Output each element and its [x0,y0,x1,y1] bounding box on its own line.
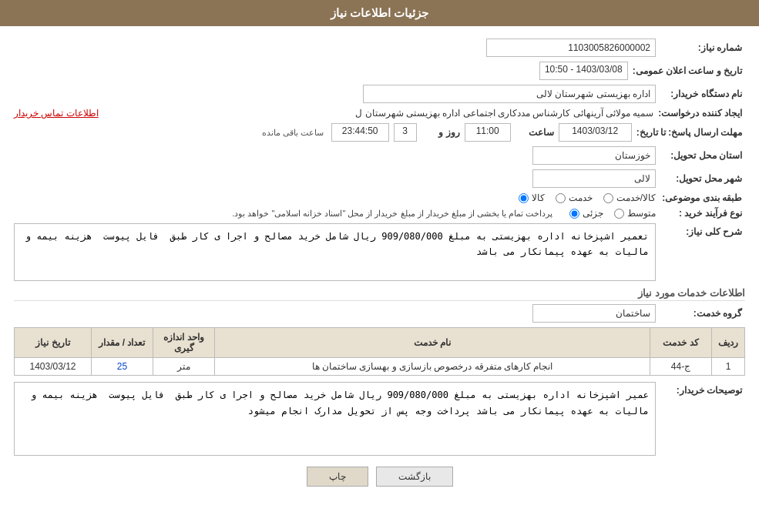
row-tosaif-buyer: توصیحات خریدار: [14,382,745,456]
tosaif-buyer-textarea [14,382,656,456]
back-button[interactable]: بازگشت [376,467,453,487]
row-sharh-niaz: شرح کلی نیاز: [14,223,745,281]
mohlat-date: 1403/03/12 [559,123,632,142]
row-group-khadamat: گروه خدمت: [14,304,745,323]
mohlat-time: 11:00 [465,123,511,142]
th-tarikh: تاریخ نیاز [15,328,92,358]
row-shomare-niaz: شماره نیاز: [14,38,745,57]
cell-namKhadamat: انجام کارهای متفرقه درخصوص بازسازی و بهس… [215,358,650,376]
radio-kala-khadamat: کالا/خدمت [603,192,656,203]
noe-farayand-radio-group: متوسط جزئی [569,208,656,219]
mohlat-day: 3 [394,123,417,142]
radio-jozei-input[interactable] [569,209,579,219]
group-khadamat-input [532,304,656,323]
th-tedad: تعداد / مقدار [92,328,153,358]
radio-khadamat-input[interactable] [556,193,566,203]
cell-radif: 1 [712,358,745,376]
th-nam: نام خدمت [215,328,650,358]
table-row: 1ج-44انجام کارهای متفرقه درخصوص بازسازی … [15,358,745,376]
shahr-input [532,169,656,188]
row-mohlat-ersal: مهلت ارسال پاسخ: تا تاریخ: 1403/03/12 سا… [14,123,745,142]
ostan-input [532,146,656,165]
cell-tarikh: 1403/03/12 [15,358,92,376]
radio-kala-label: کالا [532,192,545,203]
tabaqe-radio-group: کالا/خدمت خدمت کالا [519,192,656,203]
taarikh-label: تاریخ و ساعت اعلان عمومی: [633,65,745,76]
shomare-niaz-input [486,38,656,57]
print-button[interactable]: چاپ [307,467,368,487]
radio-motavasset: متوسط [614,208,656,219]
shahr-label: شهر محل تحویل: [660,173,745,184]
row-nam-dastgah: نام دستگاه خریدار: [14,85,745,103]
radio-kala-khadamat-input[interactable] [603,193,613,203]
th-kod: کد خدمت [650,328,712,358]
radio-kala: کالا [519,192,545,203]
tabaqe-label: طبقه بندی موضوعی: [660,192,745,203]
mohlat-ersal-label: مهلت ارسال پاسخ: تا تاریخ: [636,127,745,138]
mohlat-clock: 23:44:50 [331,123,389,142]
row-taarikh: تاریخ و ساعت اعلان عمومی: 1403/03/08 - 1… [14,62,745,80]
row-shahr: شهر محل تحویل: [14,169,745,188]
ijad-konande-value: سمیه مولائی آرینهائی کارشناس مددکاری اجت… [108,108,654,119]
ijad-konande-label: ایجاد کننده درخواست: [658,108,745,119]
radio-jozei-label: جزئی [583,208,603,219]
page-header: جزئیات اطلاعات نیاز [0,0,759,26]
noe-farayand-desc: پرداخت تمام یا بخشی از مبلغ خریدار از مب… [232,209,552,219]
btn-group: بازگشت چاپ [14,467,745,487]
taarikh-value: 1403/03/08 - 10:50 [539,62,628,80]
nam-dastgah-input [363,85,656,103]
cell-tedad: 25 [92,358,153,376]
service-table: ردیف کد خدمت نام خدمت واحد اندازه گیری ت… [14,327,745,376]
tamas-khardar-link[interactable]: اطلاعات تماس خریدار [14,108,99,119]
saat-label: ساعت [516,127,554,138]
radio-kala-input[interactable] [519,193,529,203]
rooz-label: روز و [421,127,460,138]
radio-jozei: جزئی [569,208,603,219]
radio-khadamat: خدمت [556,192,593,203]
row-ijad-konande: ایجاد کننده درخواست: سمیه مولائی آرینهائ… [14,108,745,119]
nam-dastgah-label: نام دستگاه خریدار: [660,89,745,99]
cell-kodKhadamat: ج-44 [650,358,712,376]
row-ostan: استان محل تحویل: [14,146,745,165]
noe-farayand-label: نوع فرآیند خرید : [660,208,745,219]
sharh-niaz-textarea [14,223,656,281]
shomare-niaz-label: شماره نیاز: [660,42,745,53]
row-tabaqe: طبقه بندی موضوعی: کالا/خدمت خدمت کالا [14,192,745,203]
radio-motavasset-input[interactable] [614,209,624,219]
row-noe-farayand: نوع فرآیند خرید : متوسط جزئی پرداخت تمام… [14,208,745,219]
ostan-label: استان محل تحویل: [660,150,745,161]
page-wrapper: جزئیات اطلاعات نیاز شماره نیاز: تاریخ و … [0,0,759,532]
content-area: شماره نیاز: تاریخ و ساعت اعلان عمومی: 14… [0,34,759,499]
tosaif-buyer-label: توصیحات خریدار: [660,385,745,396]
service-info-title: اطلاعات خدمات مورد نیاز [14,287,745,301]
radio-motavasset-label: متوسط [627,208,656,219]
th-vahed: واحد اندازه گیری [153,328,215,358]
th-radif: ردیف [712,328,745,358]
sharh-niaz-label: شرح کلی نیاز: [660,226,745,237]
group-khadamat-label: گروه خدمت: [660,308,745,319]
radio-kala-khadamat-label: کالا/خدمت [616,192,656,203]
radio-khadamat-label: خدمت [569,192,593,203]
cell-vahedAndaze: متر [153,358,215,376]
page-title: جزئیات اطلاعات نیاز [331,6,428,19]
remain-text: ساعت باقی مانده [262,128,324,138]
